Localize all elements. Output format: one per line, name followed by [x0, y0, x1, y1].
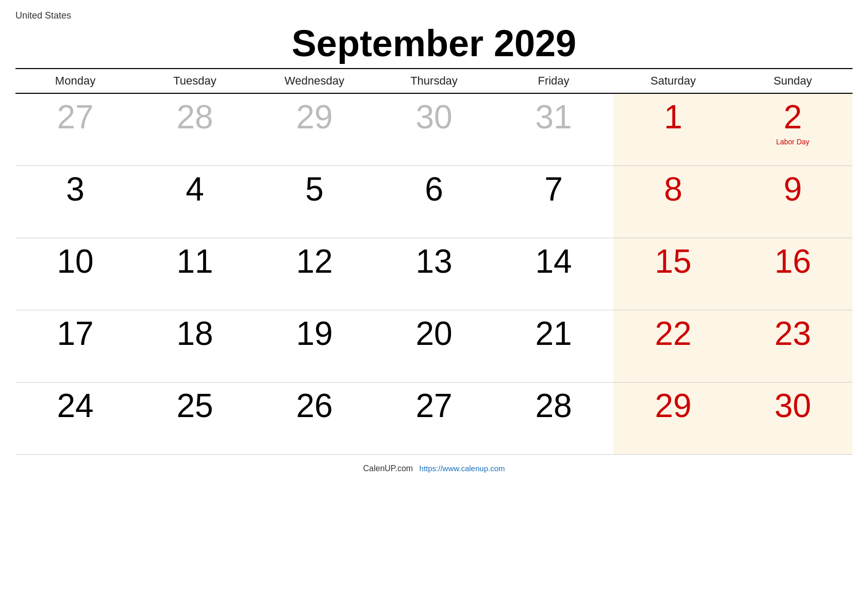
calendar-day-cell: 9	[733, 165, 853, 238]
day-number: 25	[139, 388, 251, 424]
calendar-day-cell: 10	[15, 238, 135, 310]
day-number: 28	[498, 388, 609, 424]
calendar-day-cell: 2Labor Day	[733, 93, 853, 165]
day-number: 15	[617, 243, 729, 279]
weekday-header: Wednesday	[255, 69, 374, 93]
day-number: 16	[737, 243, 848, 279]
day-number: 8	[617, 171, 729, 207]
calendar-day-cell: 19	[255, 310, 374, 382]
day-event: Labor Day	[737, 138, 848, 146]
weekday-header-row: MondayTuesdayWednesdayThursdayFridaySatu…	[15, 69, 853, 93]
day-number: 11	[139, 243, 251, 279]
calendar-week-row: 10111213141516	[15, 238, 853, 310]
calendar-day-cell: 12	[255, 238, 374, 310]
weekday-header: Thursday	[374, 69, 494, 93]
calendar-day-cell: 8	[613, 165, 733, 238]
day-number: 26	[259, 388, 370, 424]
day-number: 17	[20, 316, 131, 352]
calendar-day-cell: 22	[613, 310, 733, 382]
calendar-day-cell: 18	[135, 310, 255, 382]
calendar-day-cell: 26	[255, 382, 374, 454]
calendar-page: United States September 2029 MondayTuesd…	[15, 10, 853, 473]
day-number: 21	[498, 316, 609, 352]
day-number: 27	[20, 99, 131, 135]
weekday-header: Friday	[494, 69, 613, 93]
day-number: 12	[259, 243, 370, 279]
day-number: 29	[259, 99, 370, 135]
day-number: 10	[20, 243, 131, 279]
weekday-header: Sunday	[733, 69, 853, 93]
day-number: 31	[498, 99, 609, 135]
day-number: 30	[378, 99, 490, 135]
day-number: 3	[20, 171, 131, 207]
footer-site-name: CalenUP.com	[363, 464, 413, 473]
day-number: 24	[20, 388, 131, 424]
calendar-title: September 2029	[15, 23, 853, 64]
calendar-day-cell: 11	[135, 238, 255, 310]
calendar-week-row: 272829303112Labor Day	[15, 93, 853, 165]
day-number: 20	[378, 316, 490, 352]
calendar-week-row: 24252627282930	[15, 382, 853, 454]
calendar-day-cell: 14	[494, 238, 613, 310]
day-number: 29	[617, 388, 729, 424]
calendar-day-cell: 31	[494, 93, 613, 165]
calendar-day-cell: 30	[733, 382, 853, 454]
day-number: 1	[617, 99, 729, 135]
calendar-day-cell: 27	[374, 382, 494, 454]
day-number: 28	[139, 99, 251, 135]
day-number: 27	[378, 388, 490, 424]
day-number: 22	[617, 316, 729, 352]
calendar-day-cell: 28	[135, 93, 255, 165]
calendar-week-row: 3456789	[15, 165, 853, 238]
day-number: 6	[378, 171, 490, 207]
day-number: 4	[139, 171, 251, 207]
day-number: 9	[737, 171, 848, 207]
calendar-day-cell: 7	[494, 165, 613, 238]
calendar-day-cell: 21	[494, 310, 613, 382]
day-number: 2	[737, 99, 848, 135]
calendar-day-cell: 17	[15, 310, 135, 382]
weekday-header: Monday	[15, 69, 135, 93]
calendar-day-cell: 13	[374, 238, 494, 310]
calendar-day-cell: 5	[255, 165, 374, 238]
day-number: 7	[498, 171, 609, 207]
calendar-week-row: 17181920212223	[15, 310, 853, 382]
calendar-day-cell: 15	[613, 238, 733, 310]
day-number: 30	[737, 388, 848, 424]
day-number: 19	[259, 316, 370, 352]
calendar-day-cell: 28	[494, 382, 613, 454]
weekday-header: Saturday	[613, 69, 733, 93]
calendar-table: MondayTuesdayWednesdayThursdayFridaySatu…	[15, 68, 853, 455]
calendar-day-cell: 30	[374, 93, 494, 165]
calendar-day-cell: 3	[15, 165, 135, 238]
country-label: United States	[15, 10, 853, 21]
day-number: 23	[737, 316, 848, 352]
calendar-day-cell: 16	[733, 238, 853, 310]
calendar-day-cell: 20	[374, 310, 494, 382]
day-number: 13	[378, 243, 490, 279]
calendar-day-cell: 1	[613, 93, 733, 165]
calendar-day-cell: 29	[613, 382, 733, 454]
weekday-header: Tuesday	[135, 69, 255, 93]
footer: CalenUP.com https://www.calenup.com	[15, 464, 853, 473]
calendar-day-cell: 25	[135, 382, 255, 454]
day-number: 14	[498, 243, 609, 279]
calendar-day-cell: 4	[135, 165, 255, 238]
calendar-day-cell: 29	[255, 93, 374, 165]
day-number: 5	[259, 171, 370, 207]
calendar-day-cell: 24	[15, 382, 135, 454]
day-number: 18	[139, 316, 251, 352]
footer-url: https://www.calenup.com	[420, 464, 505, 473]
calendar-day-cell: 23	[733, 310, 853, 382]
calendar-day-cell: 27	[15, 93, 135, 165]
calendar-day-cell: 6	[374, 165, 494, 238]
